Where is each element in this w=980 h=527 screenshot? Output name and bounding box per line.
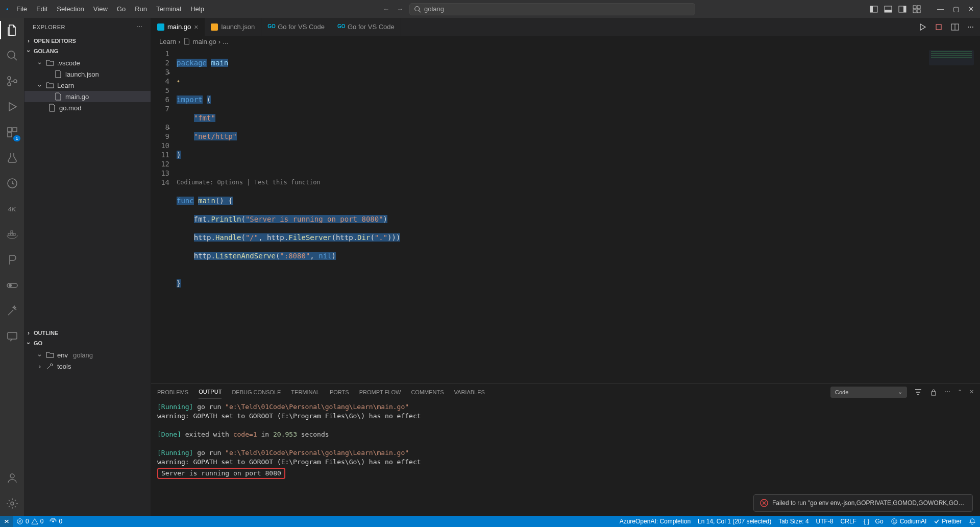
stop-icon[interactable] <box>935 23 943 31</box>
panel-tab-debug[interactable]: DEBUG CONSOLE <box>232 386 281 398</box>
menu-edit[interactable]: Edit <box>32 3 52 15</box>
layout-bottom-icon[interactable] <box>884 5 892 13</box>
file-icon <box>48 104 56 112</box>
tab-go-ext-1[interactable]: GO Go for VS Code <box>261 18 331 36</box>
menu-run[interactable]: Run <box>131 3 151 15</box>
section-open-editors[interactable]: OPEN EDITORS <box>24 36 151 46</box>
tab-go-ext-2[interactable]: GO Go for VS Code <box>331 18 401 36</box>
status-prettier[interactable]: Prettier <box>934 518 962 525</box>
tree-folder-vscode[interactable]: .vscode <box>24 57 151 68</box>
file-tree: .vscode launch.json Learn main.go go.mod <box>24 56 151 114</box>
error-toast[interactable]: Failed to run "go env env,-json,GOPRIVAT… <box>753 494 973 512</box>
activity-4k[interactable]: 4K <box>5 202 19 216</box>
section-go[interactable]: GO <box>24 338 151 348</box>
nav-forward-icon[interactable]: → <box>397 5 403 13</box>
svg-point-39 <box>891 519 897 524</box>
activity-p[interactable] <box>5 253 19 267</box>
menu-selection[interactable]: Selection <box>53 3 88 15</box>
svg-point-38 <box>53 520 55 522</box>
activity-debug[interactable] <box>5 100 19 114</box>
codelens-hint[interactable]: Codiumate: Options | Test this function <box>177 178 400 187</box>
split-icon[interactable] <box>951 23 959 31</box>
menu-go[interactable]: Go <box>113 3 130 15</box>
panel-tab-problems[interactable]: PROBLEMS <box>157 386 188 398</box>
window-close-icon[interactable]: ✕ <box>968 5 974 13</box>
panel-tab-comments[interactable]: COMMENTS <box>411 386 444 398</box>
activity-search[interactable] <box>5 49 19 63</box>
activity-testing[interactable] <box>5 151 19 165</box>
status-bell[interactable] <box>969 518 976 525</box>
tree-go-tools[interactable]: tools <box>24 361 151 372</box>
explorer-title: EXPLORER <box>33 24 65 30</box>
activity-explorer[interactable] <box>5 23 19 37</box>
more-icon[interactable]: ⋯ <box>967 23 974 31</box>
section-workspace[interactable]: GOLANG <box>24 46 151 56</box>
svg-point-15 <box>8 83 11 86</box>
section-outline[interactable]: OUTLINE <box>24 328 151 338</box>
status-codium[interactable]: CodiumAI <box>891 518 927 525</box>
minimap[interactable] <box>929 50 974 65</box>
window-minimize-icon[interactable]: — <box>937 5 944 13</box>
output-channel-select[interactable]: Code ⌄ <box>830 387 907 398</box>
menu-help[interactable]: Help <box>186 3 208 15</box>
filter-icon[interactable] <box>914 388 922 396</box>
code-content[interactable]: package main ✦ import ( "fmt" "net/http"… <box>177 47 404 383</box>
panel-tab-output[interactable]: OUTPUT <box>199 386 222 398</box>
panel-tab-promptflow[interactable]: PROMPT FLOW <box>359 386 401 398</box>
svg-rect-8 <box>913 6 916 9</box>
panel-tab-ports[interactable]: PORTS <box>330 386 349 398</box>
activity-wand[interactable] <box>5 304 19 318</box>
chevron-up-icon[interactable]: ⌃ <box>958 389 962 395</box>
status-encoding[interactable]: UTF-8 <box>816 518 834 525</box>
menu-view[interactable]: View <box>89 3 112 15</box>
tree-file-main[interactable]: main.go <box>24 91 151 102</box>
status-eol[interactable]: CRLF <box>841 518 856 525</box>
lock-icon[interactable] <box>929 388 938 396</box>
panel-tab-terminal[interactable]: TERMINAL <box>291 386 320 398</box>
svg-point-40 <box>893 520 894 521</box>
close-icon[interactable]: × <box>194 23 198 31</box>
breadcrumb[interactable]: Learn › main.go › ... <box>151 36 980 47</box>
layout-customize-icon[interactable] <box>913 5 921 13</box>
tree-folder-learn[interactable]: Learn <box>24 80 151 91</box>
layout-right-icon[interactable] <box>898 5 906 13</box>
remote-button[interactable] <box>0 516 13 527</box>
status-ai[interactable]: AzureOpenAI: Completion <box>620 518 691 525</box>
layout-left-icon[interactable] <box>870 5 878 13</box>
menu-terminal[interactable]: Terminal <box>152 3 185 15</box>
svg-point-26 <box>9 284 12 287</box>
more-icon[interactable]: ⋯ <box>137 23 143 30</box>
tree-go-env[interactable]: env golang <box>24 349 151 361</box>
status-tabsize[interactable]: Tab Size: 4 <box>778 518 808 525</box>
activity-docker[interactable] <box>5 227 19 242</box>
command-center[interactable]: golang <box>409 3 695 15</box>
status-errors[interactable]: 0 0 <box>16 518 43 525</box>
menu-file[interactable]: File <box>12 3 31 15</box>
window-maximize-icon[interactable]: ▢ <box>953 5 959 13</box>
status-ports[interactable]: 0 <box>50 518 62 525</box>
activity-chat[interactable] <box>5 329 19 344</box>
tab-launch-json[interactable]: launch.json <box>205 18 261 36</box>
panel-close-icon[interactable]: ✕ <box>969 389 974 395</box>
svg-rect-31 <box>211 23 218 31</box>
svg-rect-3 <box>870 6 873 12</box>
run-icon[interactable] <box>918 23 926 31</box>
nav-back-icon[interactable]: ← <box>383 5 389 13</box>
status-lang[interactable]: { } Go <box>864 518 884 525</box>
tree-file-gomod[interactable]: go.mod <box>24 102 151 113</box>
svg-rect-9 <box>917 6 920 9</box>
status-selection[interactable]: Ln 14, Col 1 (207 selected) <box>698 518 771 525</box>
panel-tab-variables[interactable]: VARIABLES <box>454 386 485 398</box>
ai-spark-icon[interactable]: ✦ <box>177 77 180 86</box>
tab-main-go[interactable]: main.go × <box>151 18 205 36</box>
activity-settings[interactable] <box>5 496 19 511</box>
activity-scm[interactable] <box>5 74 19 88</box>
more-icon[interactable]: ⋯ <box>945 389 950 395</box>
activity-timeline[interactable] <box>5 176 19 190</box>
activity-toggle[interactable] <box>5 278 19 293</box>
title-bar: File Edit Selection View Go Run Terminal… <box>0 0 980 18</box>
activity-account[interactable] <box>5 471 19 485</box>
activity-extensions[interactable]: 1 <box>5 125 19 139</box>
tree-file-launch[interactable]: launch.json <box>24 68 151 80</box>
code-editor[interactable]: 1 2 ⌄3 4 5 6 7 ⌄8 9 10 11 12 13 14 packa… <box>151 47 980 383</box>
